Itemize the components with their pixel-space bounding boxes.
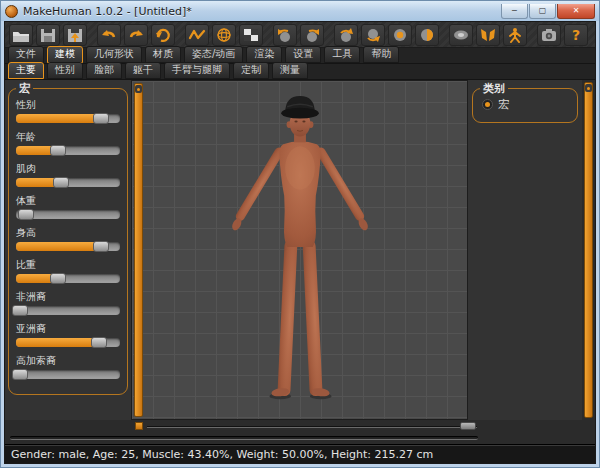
slider-list: 性别年龄肌肉体重身高比重非洲裔亚洲裔高加索裔 <box>16 98 120 379</box>
slider-track[interactable] <box>16 114 120 123</box>
help-button[interactable]: ? <box>564 24 588 46</box>
slider-track[interactable] <box>16 146 120 155</box>
model-right-leg <box>302 240 322 397</box>
slider-1[interactable]: 年龄 <box>16 130 120 155</box>
top-view-button[interactable] <box>449 24 473 46</box>
rotate-up-button[interactable] <box>334 24 358 46</box>
smooth-button[interactable] <box>185 24 209 46</box>
tab-rendering[interactable]: 渲染 <box>246 46 282 63</box>
rotate-down-button[interactable] <box>361 24 385 46</box>
body-view-button[interactable] <box>503 24 527 46</box>
viewport-left-scrollbar[interactable] <box>134 83 143 417</box>
tab-pose-animate[interactable]: 姿态/动画 <box>184 46 243 63</box>
slider-0[interactable]: 性别 <box>16 98 120 123</box>
redo-button[interactable] <box>124 24 148 46</box>
scrollbar-handle-icon[interactable] <box>135 85 142 93</box>
tab-modelling[interactable]: 建模 <box>47 46 83 63</box>
slider-track[interactable] <box>16 338 120 347</box>
slider-handle[interactable] <box>12 305 28 316</box>
subtab-torso[interactable]: 躯干 <box>125 62 161 79</box>
slider-track[interactable] <box>16 306 120 315</box>
slider-track[interactable] <box>16 178 120 187</box>
slider-5[interactable]: 比重 <box>16 258 120 283</box>
undo-icon <box>100 27 118 43</box>
reset-button[interactable] <box>151 24 175 46</box>
subtab-arms-legs[interactable]: 手臂与腿脚 <box>164 62 230 79</box>
slider-handle[interactable] <box>50 145 66 156</box>
slider-fill <box>16 338 99 347</box>
slider-4[interactable]: 身高 <box>16 226 120 251</box>
right-scroll-column <box>582 80 595 420</box>
main-content: 宏 性别年龄肌肉体重身高比重非洲裔亚洲裔高加索裔 <box>5 80 595 420</box>
rotate-down-icon <box>364 27 382 43</box>
subtab-main[interactable]: 主要 <box>8 62 44 79</box>
side-view-button[interactable] <box>415 24 439 46</box>
title-bar[interactable]: MakeHuman 1.0.2 - [Untitled]* ─ ▢ ✕ <box>1 1 599 21</box>
slider-6[interactable]: 非洲裔 <box>16 290 120 315</box>
undo-button[interactable] <box>97 24 121 46</box>
close-button[interactable]: ✕ <box>557 4 595 19</box>
rotate-right-icon <box>303 27 321 43</box>
load-button[interactable] <box>9 24 33 46</box>
slider-track[interactable] <box>16 370 120 379</box>
rotate-right-button[interactable] <box>300 24 324 46</box>
hands-view-button[interactable] <box>476 24 500 46</box>
slider-track[interactable] <box>16 210 120 219</box>
background-button[interactable] <box>239 24 263 46</box>
slider-handle[interactable] <box>12 369 28 380</box>
slider-7[interactable]: 亚洲裔 <box>16 322 120 347</box>
horizontal-scrollbar-anchor[interactable] <box>135 422 143 430</box>
slider-handle[interactable] <box>50 273 66 284</box>
category-option-macro[interactable]: 宏 <box>480 95 570 114</box>
rotate-left-button[interactable] <box>273 24 297 46</box>
slider-fill <box>16 242 101 251</box>
slider-track[interactable] <box>16 274 120 283</box>
slider-label: 比重 <box>16 258 120 272</box>
svg-text:?: ? <box>572 27 580 43</box>
tab-utilities[interactable]: 工具 <box>324 46 360 63</box>
slider-2[interactable]: 肌肉 <box>16 162 120 187</box>
slider-track[interactable] <box>16 242 120 251</box>
category-groupbox: 类别 宏 <box>472 88 578 123</box>
slider-3[interactable]: 体重 <box>16 194 120 219</box>
slider-handle[interactable] <box>93 113 109 124</box>
smooth-icon <box>188 27 206 43</box>
grab-screen-button[interactable] <box>537 24 561 46</box>
radio-selected-icon[interactable] <box>482 99 493 110</box>
wireframe-button[interactable] <box>212 24 236 46</box>
human-model[interactable] <box>180 87 420 413</box>
tab-settings[interactable]: 设置 <box>285 46 321 63</box>
slider-label: 年龄 <box>16 130 120 144</box>
front-view-button[interactable] <box>388 24 412 46</box>
tab-files[interactable]: 文件 <box>8 46 44 63</box>
slider-8[interactable]: 高加索裔 <box>16 354 120 379</box>
slider-handle[interactable] <box>18 209 34 220</box>
maximize-button[interactable]: ▢ <box>529 4 556 19</box>
main-toolbar: ? <box>5 22 595 48</box>
makehuman-window: MakeHuman 1.0.2 - [Untitled]* ─ ▢ ✕ <box>0 0 600 468</box>
redo-icon <box>127 27 145 43</box>
panel-right-scrollbar[interactable] <box>584 82 593 418</box>
subtab-measure[interactable]: 测量 <box>272 62 308 79</box>
subtab-gender[interactable]: 性别 <box>47 62 83 79</box>
model-hat-brim <box>281 108 319 119</box>
subtab-face[interactable]: 脸部 <box>86 62 122 79</box>
category-group-title: 类别 <box>480 81 508 96</box>
app-logo-icon <box>5 5 18 18</box>
slider-handle[interactable] <box>93 241 109 252</box>
viewport-zoom-handle[interactable] <box>460 422 476 430</box>
save-button[interactable] <box>36 24 60 46</box>
scrollbar-handle-icon[interactable] <box>585 84 592 92</box>
subtab-custom[interactable]: 定制 <box>233 62 269 79</box>
minimize-button[interactable]: ─ <box>501 4 528 19</box>
slider-label: 肌肉 <box>16 162 120 176</box>
slider-handle[interactable] <box>53 177 69 188</box>
save-icon <box>39 27 57 43</box>
tab-geometries[interactable]: 几何形状 <box>86 46 142 63</box>
viewport-zoom-slider[interactable] <box>147 426 477 428</box>
export-button[interactable] <box>63 24 87 46</box>
tab-materials[interactable]: 材质 <box>145 46 181 63</box>
tab-help[interactable]: 帮助 <box>363 46 399 63</box>
slider-handle[interactable] <box>91 337 107 348</box>
viewport-3d[interactable] <box>131 80 468 420</box>
